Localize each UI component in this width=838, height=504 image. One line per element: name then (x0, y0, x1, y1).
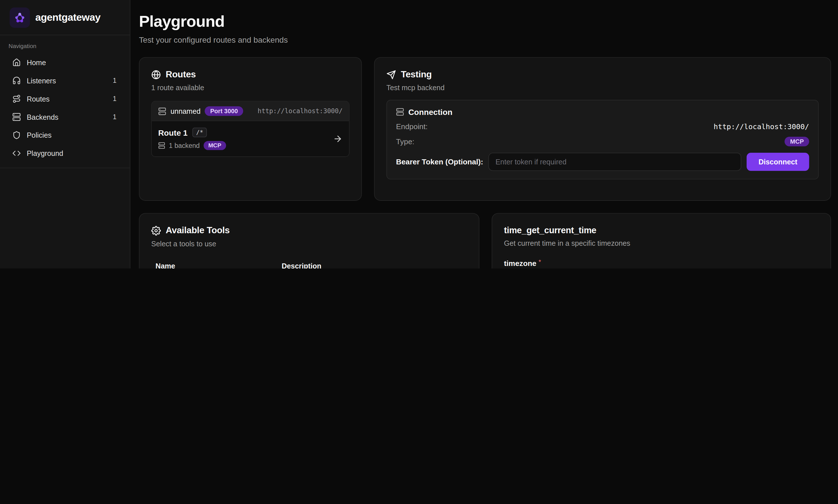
route-row[interactable]: Route 1 /* 1 backend MCP (152, 121, 349, 157)
sidebar-item-label: Playground (27, 149, 63, 157)
nav-section-label: Navigation (7, 41, 122, 53)
server-icon (396, 108, 404, 116)
endpoint-value: http://localhost:3000/ (714, 122, 809, 131)
disconnect-button[interactable]: Disconnect (747, 153, 809, 171)
route-name: Route 1 (158, 128, 188, 137)
main-content: Playground Test your configured routes a… (130, 0, 838, 269)
tool-runner-card: time_get_current_time Get current time i… (492, 213, 831, 269)
required-marker: * (539, 258, 541, 265)
port-badge: Port 3000 (205, 106, 243, 116)
column-header-description: Description (277, 257, 467, 269)
type-badge: MCP (785, 137, 809, 146)
sidebar-item-routes[interactable]: Routes 1 (7, 90, 122, 108)
listener-url: http://localhost:3000/ (258, 107, 343, 115)
sidebar-item-label: Listeners (27, 76, 56, 85)
app-logo[interactable]: agentgateway (0, 0, 130, 35)
sidebar-item-label: Home (27, 59, 46, 67)
testing-card-subtitle: Test mcp backend (386, 84, 819, 92)
connection-panel: Connection Endpoint: http://localhost:30… (386, 100, 819, 179)
count-badge: 1 (113, 95, 118, 102)
bearer-token-input[interactable] (488, 153, 741, 171)
tool-runner-title: time_get_current_time (504, 225, 819, 235)
send-icon (386, 70, 396, 79)
sidebar-item-label: Policies (27, 131, 52, 139)
sidebar-item-backends[interactable]: Backends 1 (7, 108, 122, 126)
bearer-token-label: Bearer Token (Optional): (396, 158, 483, 166)
code-icon (12, 149, 21, 158)
app-window: agentgateway Navigation Home Listeners 1 (0, 0, 838, 269)
listener-group: unnamed Port 3000 http://localhost:3000/… (151, 101, 350, 157)
endpoint-label: Endpoint: (396, 122, 427, 131)
globe-icon (151, 70, 161, 79)
server-icon (158, 142, 165, 149)
routes-card-subtitle: 1 route available (151, 84, 350, 92)
connection-title: Connection (408, 107, 452, 116)
sidebar-item-policies[interactable]: Policies (7, 126, 122, 144)
tools-table: Name Description time_get_current_time G… (151, 257, 467, 269)
arrow-right-icon (333, 134, 343, 144)
sidebar-item-listeners[interactable]: Listeners 1 (7, 72, 122, 90)
shield-icon (12, 131, 21, 139)
headphones-icon (12, 76, 21, 85)
count-badge: 1 (113, 77, 118, 84)
tools-card-title: Available Tools (166, 225, 230, 236)
tools-card-subtitle: Select a tools to use (151, 240, 467, 248)
sidebar-item-label: Routes (27, 95, 50, 103)
route-type-badge: MCP (204, 141, 226, 150)
route-path-badge: /* (192, 128, 207, 137)
column-header-name: Name (151, 257, 277, 269)
server-icon (12, 113, 21, 121)
route-icon (12, 94, 21, 103)
tool-runner-subtitle: Get current time in a specific timezones (504, 239, 819, 247)
app-name: agentgateway (35, 11, 101, 23)
gear-icon (151, 226, 161, 235)
listener-header: unnamed Port 3000 http://localhost:3000/ (152, 102, 349, 121)
timezone-field-label: timezone (504, 259, 537, 268)
sidebar-item-playground[interactable]: Playground (7, 144, 122, 162)
listener-name: unnamed (171, 107, 201, 115)
testing-card-title: Testing (401, 69, 432, 80)
sidebar-nav: Navigation Home Listeners 1 Routes (0, 35, 130, 168)
routes-card: Routes 1 route available unnamed Port 30… (139, 57, 362, 201)
page-subtitle: Test your configured routes and backends (139, 35, 831, 45)
routes-card-title: Routes (166, 69, 196, 80)
available-tools-card: Available Tools Select a tools to use Na… (139, 213, 479, 269)
sidebar-item-home[interactable]: Home (7, 53, 122, 72)
sidebar: agentgateway Navigation Home Listeners 1 (0, 0, 130, 269)
home-icon (12, 58, 21, 67)
page-title: Playground (139, 12, 831, 31)
agentgateway-logo-icon (10, 7, 30, 27)
testing-card: Testing Test mcp backend Connection Endp… (374, 57, 831, 201)
table-header-row: Name Description (151, 257, 467, 269)
count-badge: 1 (113, 113, 118, 121)
server-icon (158, 107, 166, 115)
backend-count: 1 backend (169, 142, 199, 149)
sidebar-item-label: Backends (27, 113, 58, 121)
type-label: Type: (396, 137, 414, 146)
